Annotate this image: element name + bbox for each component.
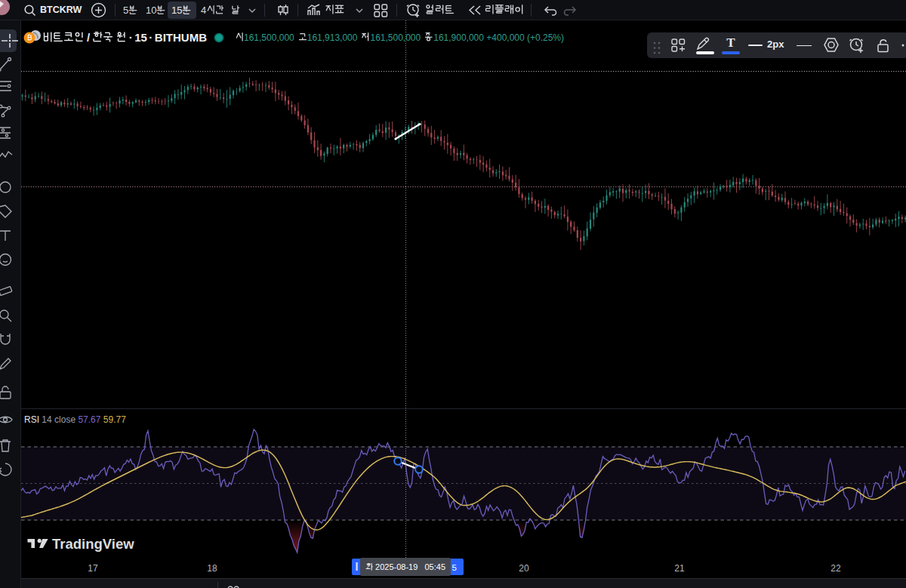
svg-text:22: 22	[830, 563, 841, 574]
svg-text:17: 17	[88, 563, 98, 574]
svg-text:18: 18	[207, 563, 217, 574]
svg-text:21: 21	[674, 563, 685, 574]
svg-text:20: 20	[519, 563, 529, 574]
svg-text:TradingView: TradingView	[52, 536, 134, 552]
svg-text:5: 5	[452, 563, 457, 572]
